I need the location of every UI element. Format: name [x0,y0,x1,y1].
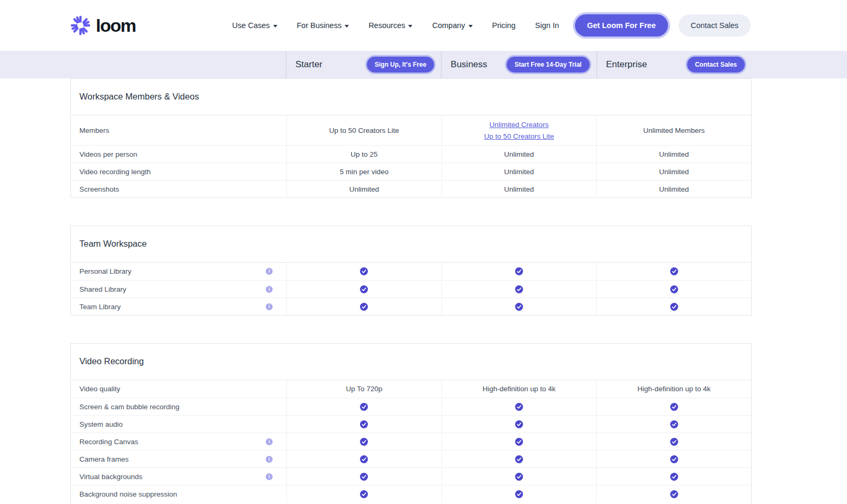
feature-label: Video recording length [71,163,286,180]
plan-value-cell: 5 min per video [286,163,441,180]
top-navbar: loom Use Cases For Business Resources Co… [0,0,847,51]
nav-item-use-cases[interactable]: Use Cases [232,21,277,30]
loom-logo-icon [70,15,91,35]
feature-section: Team WorkspacePersonal LibraryiShared Li… [70,226,752,316]
feature-section: Video RecordingVideo qualityUp To 720pHi… [70,343,752,504]
nav-item-resources[interactable]: Resources [368,21,412,30]
contact-sales-nav-button[interactable]: Contact Sales [679,14,751,37]
info-icon[interactable]: i [266,473,273,480]
table-row: Video recording length5 min per videoUnl… [71,163,751,180]
nav-item-sign-in[interactable]: Sign In [535,21,559,30]
business-trial-button[interactable]: Start Free 14-Day Trial [507,57,590,73]
check-icon [360,490,368,498]
value-text: Unlimited [504,168,534,176]
feature-label: Virtual backgroundsi [71,468,286,485]
feature-label-text: Team Library [79,303,121,311]
plan-name-enterprise: Enterprise [606,59,647,70]
value-text: High-definition up to 4k [637,385,710,393]
info-icon[interactable]: i [266,438,273,445]
plan-comparison-header: Starter Sign Up, It's Free Business Star… [0,51,847,78]
table-row: Personal Libraryi [71,263,751,280]
plan-value-cell [441,485,597,502]
plan-value-cell [441,451,597,467]
loom-wordmark: loom [96,16,136,34]
plan-value-cell [441,281,597,298]
feature-label: Shared Libraryi [71,281,286,298]
feature-label: Personal Libraryi [71,263,286,280]
feature-label: System audio [71,416,286,433]
check-icon [515,267,523,275]
plan-name-starter: Starter [295,59,322,70]
plan-value-cell: High-definition up to 4k [596,380,751,398]
table-row: Virtual backgroundsi [71,467,751,485]
info-icon[interactable]: i [266,286,273,293]
plan-value-cell: Unlimited [596,181,751,197]
feature-label-text: Video quality [79,385,120,393]
value-text: Unlimited [659,150,689,158]
get-loom-free-button[interactable]: Get Loom For Free [575,14,668,37]
value-text: High-definition up to 4k [482,385,555,393]
chevron-down-icon [468,25,473,28]
plan-column-starter: Starter Sign Up, It's Free [286,51,441,78]
plan-value-cell [596,263,751,280]
plan-value-cell [596,433,751,450]
feature-label-text: Screenshots [79,185,119,193]
plan-value-cell [441,468,597,485]
nav-item-for-business[interactable]: For Business [297,21,349,30]
plan-value-cell [441,398,597,415]
table-row: Videos per personUp to 25UnlimitedUnlimi… [71,145,751,163]
loom-logo[interactable]: loom [70,15,136,35]
check-icon [360,438,368,446]
main-nav: Use Cases For Business Resources Company… [232,21,559,30]
feature-label-text: Recording Canvas [79,438,138,446]
feature-label: Camera framesi [71,451,286,467]
check-icon [670,303,678,311]
check-icon [515,473,523,481]
value-text: Unlimited [659,168,689,176]
plan-value-cell [596,468,751,485]
info-icon[interactable]: i [266,268,273,275]
nav-item-company[interactable]: Company [432,21,472,30]
value-link[interactable]: Unlimited Creators [490,121,549,129]
feature-label-text: Video recording length [79,168,151,176]
plan-value-cell: Up to 50 Creators Lite [286,115,441,145]
feature-label-text: Camera frames [79,455,129,463]
plan-value-cell: Unlimited [286,181,441,197]
check-icon [360,420,368,428]
check-icon [360,403,368,411]
table-row: Video qualityUp To 720pHigh-definition u… [71,380,751,398]
info-icon[interactable]: i [266,456,273,463]
plan-value-cell [596,298,751,315]
plan-value-cell [441,433,597,450]
feature-label: Team Libraryi [71,298,286,315]
feature-section: Workspace Members & VideosMembersUp to 5… [70,78,752,198]
plan-value-cell [286,298,441,315]
feature-label: Members [71,115,286,145]
feature-label: Recording Canvasi [71,433,286,450]
check-icon [515,490,523,498]
feature-label-text: Videos per person [79,150,137,158]
table-row: Team Libraryi [71,298,751,315]
check-icon [670,490,678,498]
plan-value-cell [596,485,751,502]
enterprise-contact-button[interactable]: Contact Sales [687,57,745,73]
feature-label-text: Screen & cam bubble recording [79,403,179,411]
check-icon [360,473,368,481]
feature-comparison-table: Workspace Members & VideosMembersUp to 5… [0,78,847,504]
starter-signup-button[interactable]: Sign Up, It's Free [367,57,435,73]
check-icon [515,403,523,411]
plan-value-cell: Unlimited Members [596,115,751,145]
table-row: MembersUp to 50 Creators LiteUnlimited C… [71,115,751,145]
value-link[interactable]: Up to 50 Creators Lite [484,132,554,140]
value-text: Unlimited [504,150,534,158]
check-icon [360,267,368,275]
check-icon [360,303,368,311]
check-icon [360,285,368,293]
info-icon[interactable]: i [266,303,273,310]
plan-value-cell [286,281,441,298]
table-row: Shared Libraryi [71,280,751,298]
plan-value-cell [441,298,597,315]
plan-value-cell [596,416,751,433]
nav-item-pricing[interactable]: Pricing [492,21,516,30]
check-icon [670,455,678,463]
